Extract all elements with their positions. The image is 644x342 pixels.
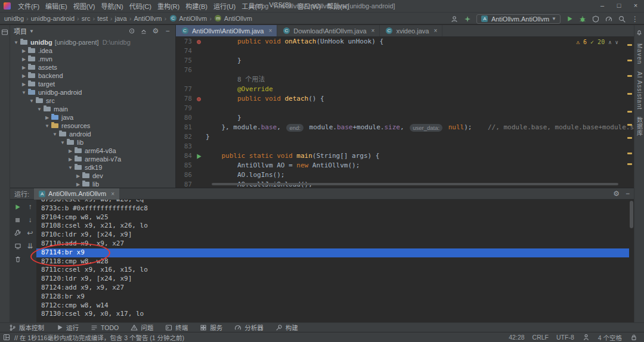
tool-window-button-4[interactable]: 问题	[130, 323, 153, 332]
chevron-right-icon[interactable]: ▶	[20, 73, 27, 79]
code-line[interactable]: 73 public void onAttach(UnHook unHook) {	[176, 37, 634, 46]
right-stripe-数据库[interactable]: 数据库	[635, 117, 644, 136]
console-line-highlighted[interactable]: 87114:br x9	[36, 248, 629, 257]
file-encoding[interactable]: UTF-8	[556, 334, 574, 341]
inspections-widget[interactable]: ⚠ 6 ✓ 20 ∧ ∨	[576, 39, 618, 45]
lock-icon[interactable]	[630, 333, 638, 341]
wrench-icon[interactable]	[14, 229, 22, 237]
minimize-button[interactable]: –	[594, 0, 611, 12]
tree-item-resources[interactable]: ▼resources	[10, 122, 175, 130]
inspections-profile-icon[interactable]	[582, 333, 590, 341]
bell-icon[interactable]	[635, 28, 643, 36]
console-line[interactable]: 87130:csel x9, x0, x17, lo	[36, 310, 629, 319]
tree-item-.idea[interactable]: ▶.idea	[10, 46, 175, 55]
chevron-right-icon[interactable]: ▶	[20, 57, 27, 62]
hide-icon[interactable]: −	[626, 190, 630, 197]
chevron-down-icon[interactable]: ▼	[51, 132, 58, 137]
breadcrumb-item[interactable]: mAntiOllvm	[214, 14, 252, 23]
tool-window-button-5[interactable]: 终端	[165, 323, 188, 332]
tree-item-lib[interactable]: ▶lib	[10, 180, 175, 188]
console-line[interactable]: 87104:cmp w8, w25	[36, 213, 629, 222]
code-line[interactable]: 82}	[176, 132, 634, 142]
console-line[interactable]: 8710c:ldr x9, [x24, x9]	[36, 231, 629, 240]
editor-tab-1[interactable]: CAntiOllvm\AntiOllvm.java×	[176, 25, 277, 36]
code-line[interactable]: 86 AO.logIns();	[176, 170, 634, 180]
chevron-right-icon[interactable]: ▶	[20, 82, 27, 87]
tree-item-java[interactable]: ▶java	[10, 113, 175, 122]
trash-icon[interactable]	[14, 255, 22, 263]
code-line[interactable]: 81 }, module.base, end: module.base+modu…	[176, 123, 634, 132]
right-stripe-ai-assistant[interactable]: AI Assistant	[636, 71, 643, 110]
breadcrumb-item[interactable]: AntiOllvm	[134, 15, 162, 22]
tree-item-arm64-v8a[interactable]: ▶arm64-v8a	[10, 147, 175, 155]
tool-window-button-3[interactable]: TODO	[90, 324, 119, 332]
line-separator[interactable]: CRLF	[532, 334, 549, 341]
menu-6[interactable]: 重构(R)	[154, 1, 182, 11]
chevron-down-icon[interactable]: ▼	[36, 107, 43, 112]
tree-item-lib[interactable]: ▼lib	[10, 138, 175, 147]
tree-item-main[interactable]: ▼main	[10, 105, 175, 113]
code-line[interactable]: 80 }	[176, 113, 634, 123]
console-line[interactable]: 87110:add x9, x9, x27	[36, 240, 629, 248]
more-vertical-icon[interactable]: ⋮	[631, 15, 639, 23]
tool-window-button-7[interactable]: 分析器	[234, 323, 264, 332]
run-config-selector[interactable]: AAntiOllvm.AntiOllvm▼	[476, 14, 561, 24]
close-button[interactable]: ×	[627, 0, 644, 12]
override-gutter-icon[interactable]	[194, 37, 204, 46]
close-icon[interactable]: ×	[434, 27, 437, 34]
run-icon[interactable]	[565, 15, 574, 23]
console-line[interactable]: 87338:csel x9, w8, w26, eq	[36, 200, 629, 204]
collaboration-icon[interactable]	[450, 15, 459, 23]
chevron-down-icon[interactable]: ▼	[67, 165, 74, 170]
tree-item-dev[interactable]: ▶dev	[10, 172, 175, 180]
debug-icon[interactable]	[578, 15, 587, 23]
breadcrumb-item[interactable]: unidbg-android	[31, 15, 75, 22]
tool-window-button-8[interactable]: 构建	[275, 323, 298, 332]
code-line[interactable]: 76	[176, 66, 634, 75]
chevron-right-icon[interactable]: ▶	[44, 115, 51, 120]
tool-window-switcher-icon[interactable]	[2, 333, 11, 341]
warning-stripe-mark[interactable]	[627, 153, 632, 154]
project-stripe-icon[interactable]	[1, 28, 9, 36]
search-icon[interactable]	[618, 15, 626, 23]
console-line[interactable]: 8733c:b #0xfffffffffffffdc8	[36, 204, 629, 213]
chevron-right-icon[interactable]: ▶	[20, 65, 27, 70]
code-line[interactable]: 79	[176, 104, 634, 113]
code-line[interactable]: 83	[176, 142, 634, 151]
editor-tab-3[interactable]: Cxvideo.java×	[380, 25, 442, 36]
chevron-right-icon[interactable]: ▶	[75, 182, 82, 187]
hide-icon[interactable]: −	[163, 27, 172, 35]
stop-icon[interactable]	[14, 216, 22, 224]
tree-item-assets[interactable]: ▶assets	[10, 63, 175, 71]
breadcrumb-item[interactable]: java	[115, 15, 127, 22]
code-line[interactable]: 85 AntiOllvm AO = new AntiOllvm();	[176, 161, 634, 170]
console-line[interactable]: 87124:add x9, x9, x27	[36, 284, 629, 293]
horizontal-scrollbar[interactable]	[212, 183, 618, 185]
chevron-right-icon[interactable]: ▶	[67, 157, 74, 162]
console-line[interactable]: 87118:cmp w8, w28	[36, 257, 629, 266]
menu-1[interactable]: 文件(F)	[15, 1, 42, 11]
rerun-icon[interactable]	[14, 203, 22, 211]
breadcrumb-item[interactable]: src	[82, 15, 91, 22]
tree-item-src[interactable]: ▼src	[10, 97, 175, 105]
warning-stripe-mark[interactable]	[627, 75, 632, 77]
close-icon[interactable]: ×	[371, 27, 375, 34]
warning-stripe-mark[interactable]	[627, 111, 632, 113]
close-icon[interactable]: ×	[268, 27, 272, 34]
dump-icon[interactable]	[14, 242, 22, 250]
tool-window-button-2[interactable]: 运行	[55, 323, 79, 332]
tool-window-button-1[interactable]: 版本控制	[8, 323, 44, 332]
code-line[interactable]: 78 public void detach() {	[176, 94, 634, 104]
override-gutter-icon[interactable]	[194, 94, 204, 104]
console-line[interactable]: 8711c:csel x9, x16, x15, lo	[36, 266, 629, 275]
breadcrumb-item[interactable]: CAntiOllvm	[169, 14, 207, 23]
chevron-down-icon[interactable]: ▼	[28, 98, 35, 104]
breadcrumb-item[interactable]: test	[97, 15, 108, 22]
menu-5[interactable]: 代码(C)	[126, 1, 154, 11]
tree-item-sdk19[interactable]: ▼sdk19	[10, 163, 175, 172]
next-problem-icon[interactable]: ∨	[615, 39, 618, 45]
locate-icon[interactable]	[128, 27, 136, 35]
warning-stripe-mark[interactable]	[627, 137, 632, 139]
tool-window-button-6[interactable]: 服务	[199, 323, 222, 332]
editor-tab-2[interactable]: CDownload\AntiOllvm.java×	[277, 25, 380, 36]
